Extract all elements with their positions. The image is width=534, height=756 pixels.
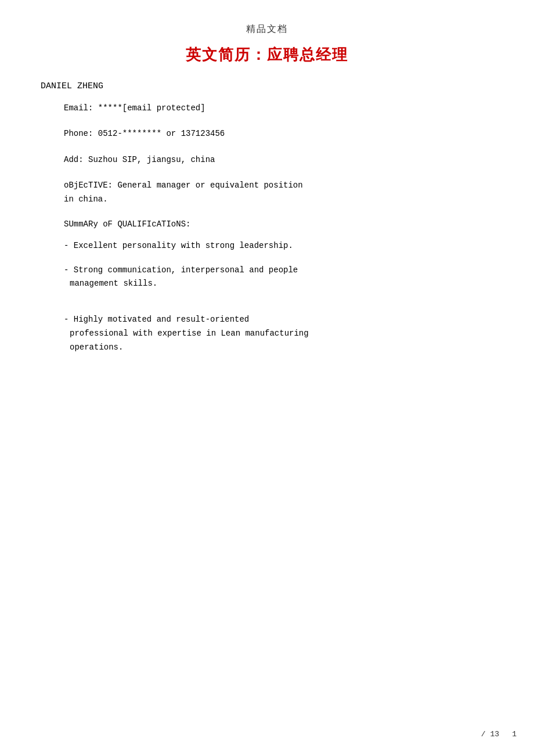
bullet-item-3: - Highly motivated and result-oriented p… <box>64 313 499 354</box>
bullet-3-text: - Highly motivated and result-oriented <box>64 313 499 327</box>
contact-phone-block: Phone: 0512-******** or 137123456 <box>64 127 499 140</box>
bullet-1-text: - Excellent personality with strong lead… <box>64 239 499 253</box>
objective-continuation: in china. <box>64 193 499 207</box>
bullet-2-text: - Strong communication, interpersonal an… <box>64 264 499 278</box>
page-footer-label: / 13 <box>481 730 499 739</box>
main-title: 英文简历：应聘总经理 <box>35 45 499 65</box>
name-line: DANIEL ZHENG <box>41 81 499 91</box>
address-text: Add: Suzhou SIP, jiangsu, china <box>64 153 499 166</box>
document-page: 精品文档 英文简历：应聘总经理 DANIEL ZHENG Email: ****… <box>0 0 534 756</box>
bullet-3-continuation2: operations. <box>70 341 499 355</box>
contact-address-block: Add: Suzhou SIP, jiangsu, china <box>64 153 499 166</box>
qualifications-label: SUmmARy oF QUALIFIcATIoNS: <box>64 219 499 229</box>
phone-text: Phone: 0512-******** or 137123456 <box>64 127 499 140</box>
page-footer: / 13 <box>481 730 499 739</box>
applicant-name: DANIEL ZHENG <box>41 81 103 91</box>
page-number: 1 <box>512 730 517 739</box>
objective-text: oBjEcTIVE: General manager or equivalent… <box>64 179 499 193</box>
email-text: Email: *****[email protected] <box>64 102 499 114</box>
bullet-3-continuation: professional with expertise in Lean manu… <box>70 327 499 341</box>
bullet-2-continuation: management skills. <box>70 277 499 291</box>
objective-section: oBjEcTIVE: General manager or equivalent… <box>64 179 499 207</box>
bullet-item-2: - Strong communication, interpersonal an… <box>64 264 499 291</box>
contact-email-block: Email: *****[email protected] <box>64 102 499 114</box>
watermark-title: 精品文档 <box>35 23 499 35</box>
main-title-text: 英文简历：应聘总经理 <box>186 46 348 63</box>
page-number-text: 1 <box>512 730 517 739</box>
watermark-text: 精品文档 <box>246 24 288 34</box>
qualifications-header: SUmmARy oF QUALIFIcATIoNS: <box>64 219 499 229</box>
bullet-item-1: - Excellent personality with strong lead… <box>64 239 499 253</box>
